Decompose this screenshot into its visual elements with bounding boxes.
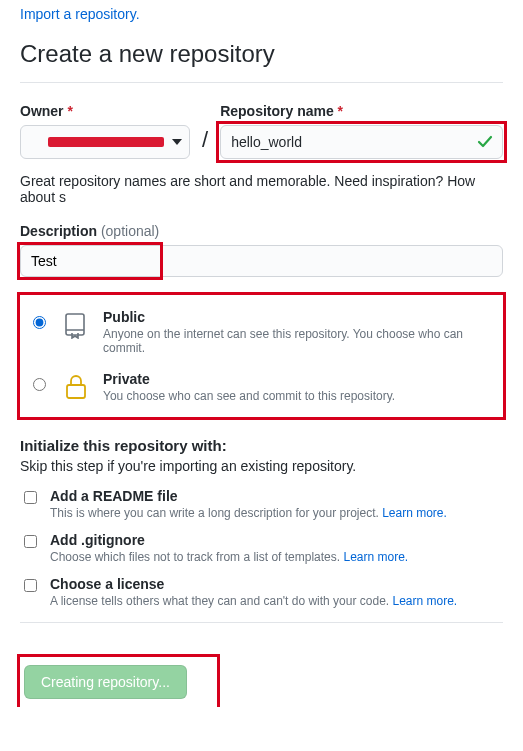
readme-checkbox[interactable] — [24, 491, 37, 504]
readme-desc: This is where you can write a long descr… — [50, 506, 447, 520]
license-desc: A license tells others what they can and… — [50, 594, 457, 608]
repo-name-hint: Great repository names are short and mem… — [20, 173, 503, 205]
gitignore-desc: Choose which files not to track from a l… — [50, 550, 408, 564]
owner-label: Owner * — [20, 103, 190, 119]
private-desc: You choose who can see and commit to thi… — [103, 389, 395, 403]
page-title: Create a new repository — [20, 40, 503, 68]
license-checkbox[interactable] — [24, 579, 37, 592]
repo-name-label: Repository name * — [220, 103, 503, 119]
slash-separator: / — [198, 127, 212, 159]
visibility-section: Public Anyone on the internet can see th… — [20, 295, 503, 417]
description-input[interactable] — [20, 245, 503, 277]
lock-icon — [61, 371, 91, 401]
repo-icon — [61, 309, 91, 339]
public-title: Public — [103, 309, 495, 325]
gitignore-learn-more-link[interactable]: Learn more. — [343, 550, 408, 564]
create-repo-button[interactable]: Creating repository... — [24, 665, 187, 699]
repo-name-input[interactable] — [220, 125, 503, 159]
divider — [20, 82, 503, 83]
init-subtitle: Skip this step if you're importing an ex… — [20, 458, 503, 474]
license-title: Choose a license — [50, 576, 457, 592]
readme-title: Add a README file — [50, 488, 447, 504]
check-icon — [477, 134, 493, 150]
svg-rect-0 — [67, 385, 85, 398]
divider — [20, 622, 503, 623]
license-learn-more-link[interactable]: Learn more. — [393, 594, 458, 608]
gitignore-title: Add .gitignore — [50, 532, 408, 548]
readme-learn-more-link[interactable]: Learn more. — [382, 506, 447, 520]
private-radio[interactable] — [33, 378, 46, 391]
public-desc: Anyone on the internet can see this repo… — [103, 327, 495, 355]
public-radio[interactable] — [33, 316, 46, 329]
gitignore-checkbox[interactable] — [24, 535, 37, 548]
init-title: Initialize this repository with: — [20, 437, 503, 454]
redacted-owner — [48, 137, 164, 147]
description-label: Description (optional) — [20, 223, 503, 239]
import-repo-link[interactable]: Import a repository. — [20, 6, 140, 22]
private-title: Private — [103, 371, 395, 387]
